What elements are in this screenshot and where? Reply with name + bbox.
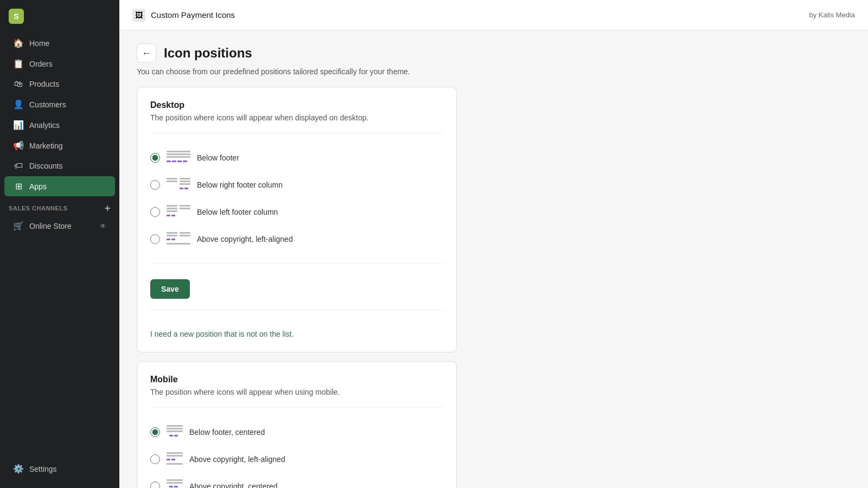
mobile-above-copyright-centered-icon: [167, 478, 183, 488]
mobile-option-label-above-copyright-left: Above copyright, left-aligned: [189, 455, 285, 464]
svg-rect-16: [167, 210, 177, 212]
mobile-option-label-below-footer-centered: Below footer, centered: [189, 428, 265, 436]
desktop-section-title: Desktop: [150, 100, 443, 110]
sidebar-item-settings[interactable]: ⚙️ Settings: [4, 459, 115, 479]
svg-rect-20: [171, 215, 175, 216]
sidebar-item-analytics[interactable]: 📊 Analytics: [4, 115, 115, 135]
below-right-footer-icon: [167, 177, 190, 193]
sidebar-logo: S: [0, 0, 119, 28]
mobile-radio-above-copyright-centered[interactable]: [150, 481, 160, 488]
svg-rect-34: [167, 455, 183, 457]
svg-rect-29: [167, 428, 183, 429]
add-sales-channel-button[interactable]: +: [105, 203, 111, 213]
desktop-option-below-left-footer[interactable]: Below left footer column: [150, 198, 443, 226]
sidebar-item-products[interactable]: 🛍 Products: [4, 74, 115, 94]
desktop-radio-below-right-footer[interactable]: [150, 180, 160, 190]
desktop-option-label-below-footer: Below footer: [197, 153, 239, 162]
sidebar-item-label: Home: [29, 39, 49, 48]
svg-rect-30: [167, 431, 183, 432]
svg-rect-28: [167, 425, 183, 427]
svg-rect-7: [167, 178, 177, 179]
back-button[interactable]: ←: [137, 43, 156, 63]
sidebar-item-label: Marketing: [29, 142, 62, 150]
new-position-link[interactable]: I need a new position that is not on the…: [150, 330, 294, 338]
svg-rect-0: [167, 151, 190, 152]
svg-rect-4: [172, 160, 176, 162]
online-store-visibility-icon[interactable]: 👁: [100, 222, 106, 230]
sidebar-item-label: Products: [29, 80, 59, 88]
desktop-radio-above-copyright-left[interactable]: [150, 234, 160, 244]
svg-rect-6: [183, 160, 187, 162]
mobile-divider: [150, 407, 443, 408]
below-footer-icon: [167, 150, 190, 166]
mobile-below-footer-centered-icon: [167, 424, 183, 440]
desktop-option-above-copyright-left[interactable]: Above copyright, left-aligned: [150, 226, 443, 253]
settings-icon: ⚙️: [13, 464, 24, 474]
customers-icon: 👤: [13, 99, 24, 110]
mobile-section-title: Mobile: [150, 375, 443, 384]
svg-rect-14: [167, 205, 177, 207]
above-copyright-left-icon: [167, 231, 190, 247]
svg-rect-5: [177, 160, 182, 162]
sidebar-item-customers[interactable]: 👤 Customers: [4, 94, 115, 114]
save-button[interactable]: Save: [150, 279, 190, 299]
page-header: ← Icon positions: [137, 43, 851, 63]
svg-rect-39: [167, 482, 183, 484]
desktop-option-below-footer[interactable]: Below footer: [150, 144, 443, 171]
svg-rect-35: [167, 459, 170, 460]
svg-rect-32: [174, 435, 178, 436]
desktop-options-divider: [150, 264, 443, 264]
sidebar-item-marketing[interactable]: 📢 Marketing: [4, 136, 115, 156]
mobile-option-label-above-copyright-centered: Above copyright, centered: [189, 482, 278, 488]
desktop-radio-below-left-footer[interactable]: [150, 207, 160, 217]
sidebar-item-label: Online Store: [29, 222, 72, 230]
online-store-icon: 🛒: [13, 221, 24, 231]
mobile-radio-below-footer-centered[interactable]: [150, 427, 160, 437]
sidebar-item-discounts[interactable]: 🏷 Discounts: [4, 156, 115, 176]
svg-rect-8: [167, 181, 177, 182]
sidebar: S 🏠 Home 📋 Orders 🛍 Products 👤 Customers…: [0, 0, 119, 488]
mobile-option-above-copyright-centered[interactable]: Above copyright, centered: [150, 473, 443, 488]
sidebar-item-apps[interactable]: ⊞ Apps: [4, 176, 115, 196]
sidebar-item-label: Settings: [29, 465, 57, 473]
desktop-option-below-right-footer[interactable]: Below right footer column: [150, 171, 443, 198]
mobile-radio-above-copyright-left[interactable]: [150, 454, 160, 464]
svg-rect-37: [167, 463, 183, 465]
svg-rect-9: [180, 178, 190, 179]
svg-rect-24: [180, 235, 190, 236]
svg-rect-23: [180, 232, 190, 234]
svg-rect-31: [169, 435, 173, 436]
svg-rect-26: [171, 239, 175, 240]
mobile-option-below-footer-centered[interactable]: Below footer, centered: [150, 419, 443, 446]
topbar-title: Custom Payment Icons: [151, 10, 235, 20]
discounts-icon: 🏷: [13, 161, 24, 171]
sidebar-item-orders[interactable]: 📋 Orders: [4, 54, 115, 74]
sales-channels-label: SALES CHANNELS +: [0, 197, 119, 215]
sidebar-item-home[interactable]: 🏠 Home: [4, 33, 115, 53]
page-title: Icon positions: [164, 46, 252, 61]
svg-rect-3: [167, 160, 171, 162]
sidebar-item-label: Customers: [29, 100, 66, 109]
below-left-footer-icon: [167, 204, 190, 220]
page-subtitle: You can choose from our predefined posit…: [137, 67, 851, 76]
sidebar-item-online-store[interactable]: 🛒 Online Store 👁: [4, 216, 115, 236]
svg-rect-11: [180, 183, 190, 185]
topbar-attribution: by Kalis Media: [809, 11, 855, 19]
svg-rect-17: [180, 205, 190, 207]
svg-rect-15: [167, 208, 177, 209]
desktop-option-label-below-left: Below left footer column: [197, 208, 278, 216]
mobile-section-desc: The position where icons will appear whe…: [150, 388, 443, 396]
marketing-icon: 📢: [13, 140, 24, 151]
desktop-radio-below-footer[interactable]: [150, 153, 160, 163]
svg-rect-12: [180, 188, 183, 189]
svg-rect-13: [184, 188, 188, 189]
home-icon: 🏠: [13, 38, 24, 48]
desktop-option-label-below-right: Below right footer column: [197, 181, 283, 189]
mobile-section-card: Mobile The position where icons will app…: [137, 361, 457, 488]
topbar-left: 🖼 Custom Payment Icons: [132, 9, 235, 22]
svg-rect-40: [169, 486, 173, 487]
payment-icon-glyph: 🖼: [135, 11, 143, 20]
mobile-above-copyright-left-icon: [167, 451, 183, 467]
mobile-option-above-copyright-left[interactable]: Above copyright, left-aligned: [150, 446, 443, 473]
svg-rect-1: [167, 153, 190, 155]
